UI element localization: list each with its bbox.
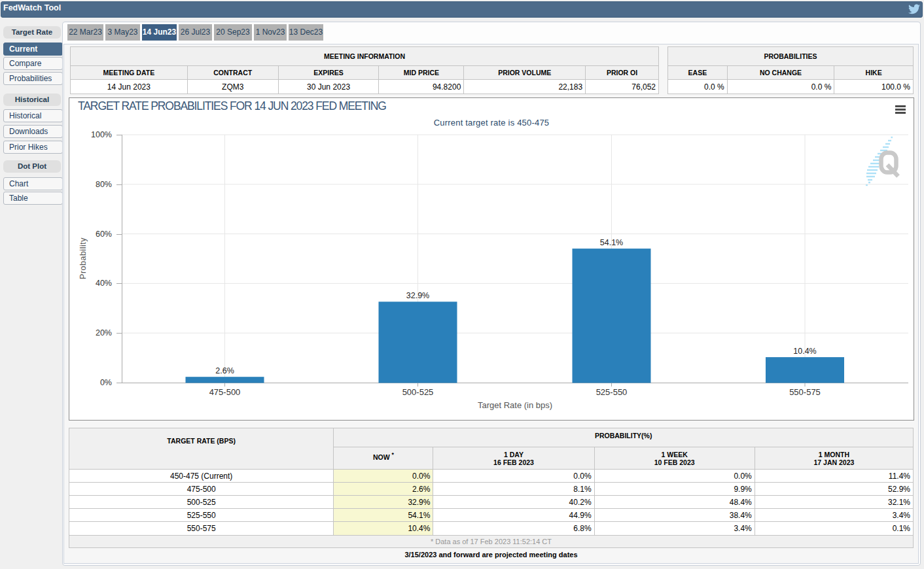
svg-text:525-550: 525-550 [596, 387, 628, 397]
svg-text:80%: 80% [96, 180, 112, 189]
svg-text:550-575: 550-575 [789, 387, 821, 397]
svg-text:32.9%: 32.9% [406, 291, 429, 300]
svg-text:Target Rate (in bps): Target Rate (in bps) [478, 400, 552, 410]
svg-text:Probability: Probability [79, 237, 88, 279]
svg-text:2.6%: 2.6% [215, 366, 234, 375]
svg-text:20%: 20% [96, 328, 112, 337]
svg-text:0%: 0% [100, 378, 112, 387]
svg-text:100%: 100% [91, 130, 112, 139]
svg-text:500-525: 500-525 [402, 387, 434, 397]
svg-text:54.1%: 54.1% [600, 238, 623, 247]
svg-text:60%: 60% [96, 230, 112, 239]
svg-text:10.4%: 10.4% [793, 347, 816, 356]
svg-text:475-500: 475-500 [209, 387, 241, 397]
svg-text:40%: 40% [96, 279, 112, 288]
